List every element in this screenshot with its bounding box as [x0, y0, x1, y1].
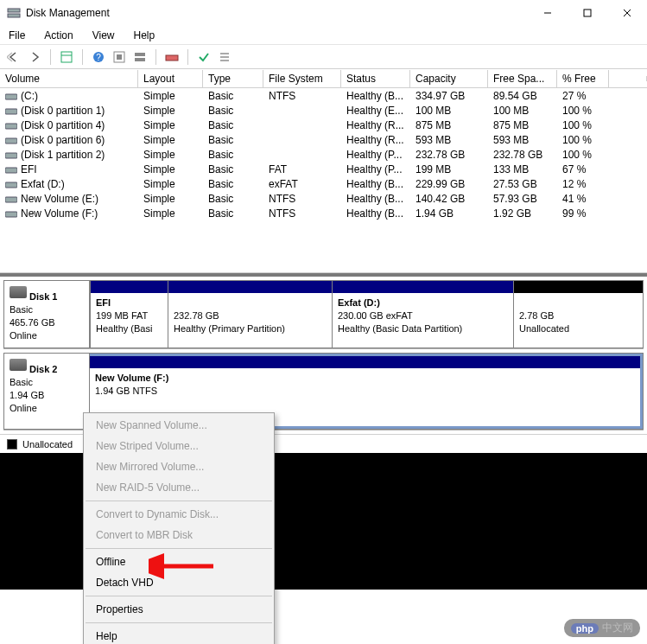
svg-text:?: ?: [96, 53, 101, 62]
col-filesystem[interactable]: File System: [263, 70, 341, 87]
menu-new-raid5[interactable]: New RAID-5 Volume...: [84, 477, 274, 498]
volume-row[interactable]: (Disk 0 partition 4)SimpleBasicHealthy (…: [0, 118, 647, 132]
help-icon[interactable]: ?: [90, 48, 107, 66]
volume-fs: exFAT: [263, 178, 341, 190]
volume-name: EFI: [21, 163, 37, 175]
volume-capacity: 199 MB: [410, 163, 488, 175]
close-button[interactable]: [607, 0, 647, 26]
menubar: File Action View Help: [0, 26, 647, 45]
menu-new-spanned[interactable]: New Spanned Volume...: [84, 415, 274, 436]
col-layout[interactable]: Layout: [138, 70, 203, 87]
col-freespace[interactable]: Free Spa...: [488, 70, 557, 87]
col-status[interactable]: Status: [341, 70, 410, 87]
volume-free: 875 MB: [488, 119, 557, 131]
svg-rect-18: [5, 94, 17, 99]
volume-capacity: 100 MB: [410, 105, 488, 117]
forward-button[interactable]: [26, 48, 43, 66]
disk1-partition[interactable]: Exfat (D:)230.00 GB exFATHealthy (Basic …: [332, 281, 513, 348]
volume-free: 1.92 GB: [488, 207, 557, 220]
volume-name: (Disk 1 partition 2): [21, 149, 105, 161]
volume-name: (C:): [21, 90, 38, 102]
partition-title: Exfat (D:): [338, 296, 508, 309]
svg-rect-20: [5, 124, 17, 129]
volume-free: 57.93 GB: [488, 193, 557, 205]
partition-bar: [90, 356, 640, 368]
volume-type: Basic: [203, 178, 263, 190]
volume-name: (Disk 0 partition 6): [21, 134, 105, 146]
menu-view[interactable]: View: [89, 28, 118, 43]
menu-file[interactable]: File: [5, 28, 29, 43]
disk1-size: 465.76 GB: [10, 317, 55, 328]
col-type[interactable]: Type: [203, 70, 263, 87]
partition-title: New Volume (F:): [95, 372, 635, 385]
maximize-button[interactable]: [568, 0, 607, 26]
menu-help[interactable]: Help: [84, 626, 274, 644]
volume-row[interactable]: Exfat (D:)SimpleBasicexFATHealthy (B...2…: [0, 176, 647, 191]
disk1-partition[interactable]: 232.78 GBHealthy (Primary Partition): [168, 281, 332, 348]
toolbar-check-icon[interactable]: [195, 48, 212, 66]
menu-action[interactable]: Action: [41, 28, 76, 43]
volume-icon: [5, 106, 17, 115]
volume-icon: [5, 136, 17, 144]
volume-layout: Simple: [138, 119, 203, 131]
volume-row[interactable]: New Volume (F:)SimpleBasicNTFSHealthy (B…: [0, 206, 647, 220]
col-volume[interactable]: Volume: [0, 70, 138, 87]
volume-row[interactable]: (Disk 0 partition 1)SimpleBasicHealthy (…: [0, 103, 647, 118]
volume-row[interactable]: New Volume (E:)SimpleBasicNTFSHealthy (B…: [0, 191, 647, 206]
volume-fs: NTFS: [263, 207, 341, 220]
volume-type: Basic: [203, 193, 263, 205]
toolbar-settings-icon[interactable]: [111, 48, 128, 66]
disk1-info[interactable]: Disk 1 Basic 465.76 GB Online: [3, 280, 90, 348]
volume-status: Healthy (R...: [341, 119, 410, 131]
disk1-partition[interactable]: EFI199 MB FATHealthy (Basi: [90, 281, 168, 348]
volume-layout: Simple: [138, 178, 203, 190]
menu-convert-mbr[interactable]: Convert to MBR Disk: [84, 525, 274, 545]
volume-status: Healthy (B...: [341, 207, 410, 220]
minimize-button[interactable]: [528, 0, 568, 26]
partition-status: Healthy (Basic Data Partition): [338, 322, 508, 335]
svg-rect-22: [5, 153, 17, 158]
col-pctfree[interactable]: % Free: [557, 70, 609, 87]
volume-type: Basic: [203, 119, 263, 131]
toolbar-layout-icon[interactable]: [131, 48, 149, 66]
disk2-name: Disk 2: [29, 364, 57, 374]
svg-rect-12: [135, 53, 145, 56]
volume-pct: 100 %: [557, 134, 609, 146]
toolbar-list-icon[interactable]: [216, 48, 233, 66]
partition-title: EFI: [96, 296, 162, 309]
annotation-arrow: [149, 553, 218, 579]
disk-row-1[interactable]: Disk 1 Basic 465.76 GB Online EFI199 MB …: [3, 280, 644, 349]
toolbar-separator: [155, 49, 156, 65]
disk1-partition[interactable]: 2.78 GBUnallocated: [513, 281, 643, 348]
partition-status: Healthy (Basi: [96, 322, 162, 335]
toolbar: ?: [0, 45, 647, 69]
back-button[interactable]: [5, 48, 22, 66]
menu-properties[interactable]: Properties: [84, 599, 274, 620]
svg-rect-1: [8, 14, 20, 17]
volume-status: Healthy (P...: [341, 149, 410, 161]
menu-convert-dynamic[interactable]: Convert to Dynamic Disk...: [84, 504, 274, 525]
volume-status: Healthy (B...: [341, 178, 410, 190]
volume-row[interactable]: (C:)SimpleBasicNTFSHealthy (B...334.97 G…: [0, 88, 647, 103]
volume-free: 89.54 GB: [488, 90, 557, 102]
volume-icon: [5, 180, 17, 188]
svg-rect-19: [5, 109, 17, 114]
volume-list-header: Volume Layout Type File System Status Ca…: [0, 69, 647, 88]
volume-row[interactable]: (Disk 1 partition 2)SimpleBasicHealthy (…: [0, 147, 647, 162]
col-capacity[interactable]: Capacity: [410, 70, 488, 87]
volume-list-body: (C:)SimpleBasicNTFSHealthy (B...334.97 G…: [0, 88, 647, 272]
partition-bar: [514, 281, 643, 293]
volume-row[interactable]: EFISimpleBasicFATHealthy (P...199 MB133 …: [0, 162, 647, 176]
partition-size: 232.78 GB: [174, 309, 327, 322]
svg-rect-14: [166, 55, 178, 61]
disk2-info[interactable]: Disk 2 Basic 1.94 GB Online: [3, 353, 90, 430]
menu-new-striped[interactable]: New Striped Volume...: [84, 436, 274, 456]
volume-icon: [5, 194, 17, 203]
menu-new-mirrored[interactable]: New Mirrored Volume...: [84, 456, 274, 477]
toolbar-view-icon[interactable]: [58, 48, 75, 66]
menu-help[interactable]: Help: [130, 28, 159, 43]
toolbar-scan-icon[interactable]: [163, 48, 181, 66]
volume-fs: FAT: [263, 163, 341, 175]
volume-row[interactable]: (Disk 0 partition 6)SimpleBasicHealthy (…: [0, 132, 647, 147]
volume-type: Basic: [203, 134, 263, 146]
